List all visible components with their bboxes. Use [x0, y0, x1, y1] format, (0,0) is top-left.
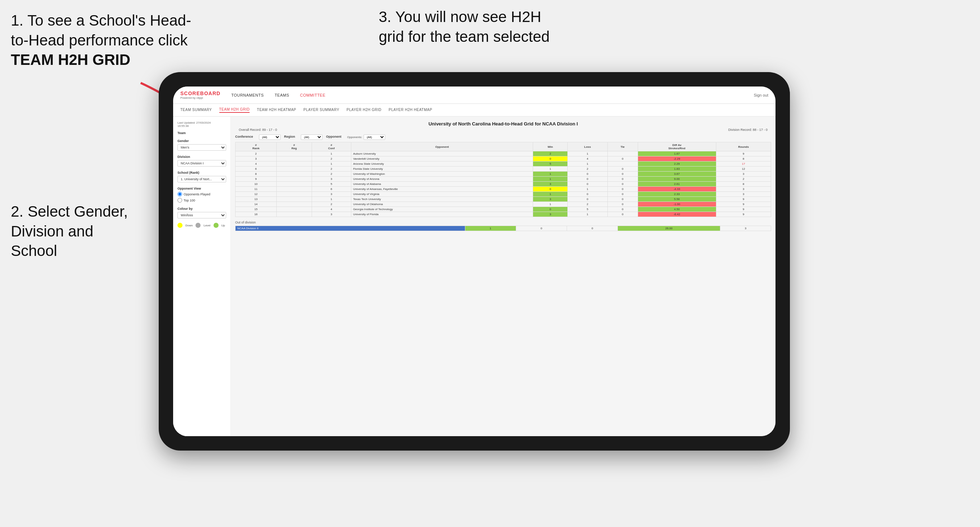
tab-player-h2h-grid[interactable]: PLAYER H2H GRID — [347, 108, 382, 113]
cell-rank: 16 — [235, 212, 277, 217]
out-rounds: 3 — [720, 226, 771, 231]
cell-rank: 6 — [235, 167, 277, 171]
main-content: University of North Carolina Head-to-Hea… — [231, 117, 775, 436]
colour-by-select[interactable]: Win/loss — [177, 212, 226, 218]
table-row: 3 2 Vanderbilt University 0 4 0 -2.29 8 — [235, 156, 771, 162]
table-row: 11 6 University of Arkansas, Fayettevill… — [235, 187, 771, 192]
table-row: 2 1 Auburn University 2 1 1.67 9 — [235, 151, 771, 156]
cell-win: 5 — [533, 162, 568, 167]
tab-player-h2h-heatmap[interactable]: PLAYER H2H HEATMAP — [389, 108, 433, 113]
tab-team-h2h-heatmap[interactable]: TEAM H2H HEATMAP — [257, 108, 296, 113]
tab-player-summary[interactable]: PLAYER SUMMARY — [303, 108, 339, 113]
col-diff: Diff AvStrokes/Rnd — [638, 142, 716, 151]
cell-rank: 13 — [235, 197, 277, 202]
col-loss: Loss — [567, 142, 608, 151]
opponent-select[interactable]: (All) — [364, 135, 385, 140]
cell-opponent: University of Arkansas, Fayetteville — [351, 187, 533, 192]
nav-tournaments[interactable]: TOURNAMENTS — [231, 93, 264, 97]
annotation-3: 3. You will now see H2H grid for the tea… — [379, 7, 588, 46]
cell-tie: 0 — [608, 192, 638, 197]
colour-by-section: Colour by Win/loss — [177, 207, 226, 218]
table-row: 10 5 University of Alabama 3 0 0 2.61 8 — [235, 182, 771, 187]
region-filter: (All) — [301, 135, 323, 140]
col-reg: #Reg — [277, 142, 312, 151]
cell-opponent: Auburn University — [351, 151, 533, 156]
cell-tie: 0 — [608, 197, 638, 202]
annotation-2: 2. Select Gender, Division and School — [11, 202, 162, 261]
gender-select[interactable]: Men's — [177, 144, 226, 151]
table-row: 8 2 University of Washington 1 0 0 3.67 … — [235, 171, 771, 177]
cell-conf: 3 — [312, 177, 351, 182]
cell-rank: 15 — [235, 207, 277, 212]
cell-loss: 0 — [567, 171, 608, 177]
col-tie: Tie — [608, 142, 638, 151]
conference-select[interactable]: (All) — [259, 135, 281, 140]
cell-rank: 3 — [235, 156, 277, 162]
cell-diff: 4.50 — [638, 207, 716, 212]
cell-tie: 0 — [608, 156, 638, 162]
cell-rank: 10 — [235, 182, 277, 187]
app-body: Last Updated: 27/03/2024 16:55:38 Team G… — [173, 117, 775, 436]
cell-conf: 2 — [312, 171, 351, 177]
col-rounds: Rounds — [716, 142, 771, 151]
timestamp: Last Updated: 27/03/2024 16:55:38 — [177, 121, 226, 128]
cell-reg — [277, 171, 312, 177]
cell-rounds: 17 — [716, 162, 771, 167]
cell-conf: 3 — [312, 192, 351, 197]
cell-tie: 0 — [608, 207, 638, 212]
col-rank: #Rank — [235, 142, 277, 151]
left-panel: Last Updated: 27/03/2024 16:55:38 Team G… — [173, 117, 231, 436]
cell-diff: -6.42 — [638, 212, 716, 217]
cell-conf: 4 — [312, 207, 351, 212]
opponents-played-radio[interactable]: Opponents Played — [177, 192, 226, 197]
cell-opponent: Vanderbilt University — [351, 156, 533, 162]
opponent-view-radio: Opponents Played Top 100 — [177, 192, 226, 203]
cell-rounds: 9 — [716, 202, 771, 207]
cell-reg — [277, 182, 312, 187]
cell-win: 3 — [533, 197, 568, 202]
top100-radio[interactable]: Top 100 — [177, 198, 226, 203]
cell-diff: 2.29 — [638, 162, 716, 167]
cell-opponent: University of Florida — [351, 212, 533, 217]
school-section: School (Rank) 1. University of Nort... — [177, 171, 226, 183]
nav-committee[interactable]: COMMITTEE — [300, 93, 326, 97]
cell-tie: 0 — [608, 177, 638, 182]
cell-rounds: 3 — [716, 187, 771, 192]
cell-opponent: University of Arizona — [351, 177, 533, 182]
annotation-1: 1. To see a School's Head- to-Head perfo… — [11, 11, 191, 70]
out-of-division: Out of division NCAA Division II 1 0 0 2… — [235, 221, 771, 231]
cell-win: 0 — [533, 156, 568, 162]
cell-win: 3 — [533, 182, 568, 187]
cell-rounds: 3 — [716, 171, 771, 177]
region-select[interactable]: (All) — [301, 135, 323, 140]
cell-reg — [277, 212, 312, 217]
gender-section: Gender Men's — [177, 139, 226, 151]
conference-filter: (All) — [259, 135, 281, 140]
cell-rank: 4 — [235, 162, 277, 167]
cell-rank: 11 — [235, 187, 277, 192]
cell-win: 0 — [533, 187, 568, 192]
cell-reg — [277, 202, 312, 207]
cell-diff: 3.67 — [638, 171, 716, 177]
cell-reg — [277, 187, 312, 192]
cell-loss: 1 — [567, 187, 608, 192]
cell-opponent: Texas Tech University — [351, 197, 533, 202]
sub-nav: TEAM SUMMARY TEAM H2H GRID TEAM H2H HEAT… — [173, 104, 775, 117]
cell-reg — [277, 197, 312, 202]
cell-diff: 1.83 — [638, 167, 716, 171]
cell-opponent: University of Alabama — [351, 182, 533, 187]
cell-tie: 0 — [608, 182, 638, 187]
school-select[interactable]: 1. University of Nort... — [177, 176, 226, 183]
sign-out[interactable]: Sign out — [754, 93, 768, 97]
cell-tie — [608, 162, 638, 167]
nav-teams[interactable]: TEAMS — [275, 93, 289, 97]
cell-opponent: University of Virginia — [351, 192, 533, 197]
tab-team-h2h-grid[interactable]: TEAM H2H GRID — [219, 108, 250, 113]
division-select[interactable]: NCAA Division I — [177, 160, 226, 167]
cell-diff: 5.56 — [638, 197, 716, 202]
cell-conf: 2 — [312, 156, 351, 162]
cell-rounds: 9 — [716, 207, 771, 212]
tab-team-summary[interactable]: TEAM SUMMARY — [180, 108, 212, 113]
out-loss: 0 — [516, 226, 566, 231]
cell-opponent: University of Washington — [351, 171, 533, 177]
